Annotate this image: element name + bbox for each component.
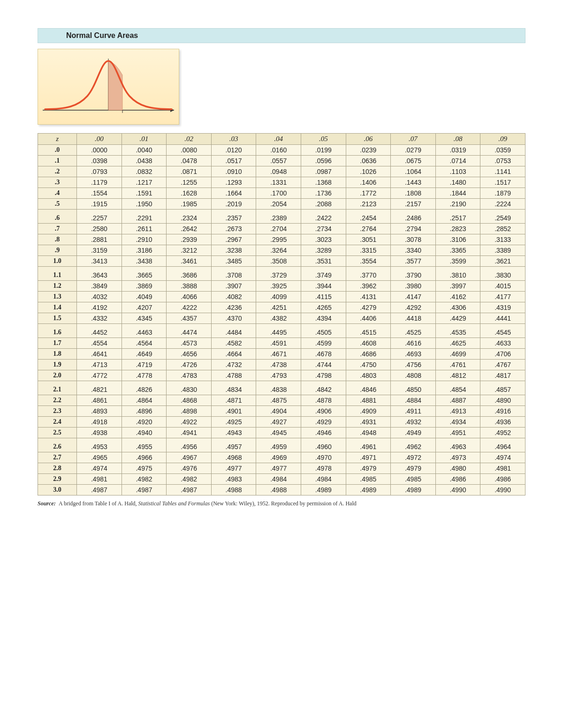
- z-value: 2.9: [38, 474, 77, 485]
- area-value: .4960: [301, 438, 346, 452]
- table-row: .1.0398.0438.0478.0517.0557.0596.0636.06…: [38, 156, 525, 166]
- area-value: .0120: [211, 145, 256, 156]
- area-value: .3944: [301, 281, 346, 292]
- area-value: .1368: [301, 177, 346, 188]
- area-value: .4826: [122, 381, 167, 395]
- table-row: .7.2580.2611.2642.2673.2704.2734.2764.27…: [38, 224, 525, 234]
- area-value: .4370: [211, 313, 256, 324]
- z-value: 2.7: [38, 452, 77, 463]
- area-value: .4925: [211, 417, 256, 428]
- area-value: .4986: [435, 474, 480, 485]
- area-value: .4955: [122, 438, 167, 452]
- table-row: 2.6.4953.4955.4956.4957.4959.4960.4961.4…: [38, 438, 525, 452]
- area-value: .4961: [346, 438, 391, 452]
- area-value: .3212: [167, 245, 212, 256]
- area-value: .3315: [346, 245, 391, 256]
- area-value: .1103: [435, 166, 480, 177]
- area-value: .2088: [301, 199, 346, 210]
- area-value: .4678: [301, 349, 346, 360]
- area-value: .1736: [301, 188, 346, 199]
- z-value: .7: [38, 224, 77, 234]
- table-row: .6.2257.2291.2324.2357.2389.2422.2454.24…: [38, 210, 525, 224]
- area-value: .4949: [391, 428, 436, 438]
- area-value: .2357: [211, 210, 256, 224]
- area-value: .4474: [167, 324, 212, 338]
- area-value: .3907: [211, 281, 256, 292]
- area-value: .1915: [77, 199, 122, 210]
- area-value: .4963: [435, 438, 480, 452]
- area-value: .4732: [211, 360, 256, 370]
- area-value: .4834: [211, 381, 256, 395]
- area-value: .4357: [167, 313, 212, 324]
- table-row: 2.5.4938.4940.4941.4943.4945.4946.4948.4…: [38, 428, 525, 438]
- area-value: .4986: [480, 474, 525, 485]
- area-value: .4985: [391, 474, 436, 485]
- area-value: .4713: [77, 360, 122, 370]
- area-value: .4974: [480, 452, 525, 463]
- area-value: .3531: [301, 256, 346, 267]
- z-value: 1.7: [38, 338, 77, 349]
- area-value: .4881: [346, 395, 391, 406]
- normal-curve-chart: 0 z: [38, 49, 525, 125]
- area-value: .4901: [211, 406, 256, 417]
- area-value: .4515: [346, 324, 391, 338]
- area-value: .4265: [301, 302, 346, 313]
- z-value: .5: [38, 199, 77, 210]
- area-value: .4545: [480, 324, 525, 338]
- area-value: .3810: [435, 267, 480, 281]
- area-value: .4959: [256, 438, 301, 452]
- area-value: .0438: [122, 156, 167, 166]
- area-value: .4871: [211, 395, 256, 406]
- area-value: .4980: [435, 463, 480, 474]
- z-value: 1.8: [38, 349, 77, 360]
- area-value: .4977: [211, 463, 256, 474]
- area-value: .3925: [256, 281, 301, 292]
- area-value: .0832: [122, 166, 167, 177]
- z-value: 2.8: [38, 463, 77, 474]
- area-value: .4778: [122, 370, 167, 381]
- area-value: .4319: [480, 302, 525, 313]
- table-row: .0.0000.0040.0080.0120.0160.0199.0239.02…: [38, 145, 525, 156]
- area-value: .4131: [346, 292, 391, 302]
- table-row: 2.4.4918.4920.4922.4925.4927.4929.4931.4…: [38, 417, 525, 428]
- area-value: .4798: [301, 370, 346, 381]
- area-value: .4893: [77, 406, 122, 417]
- area-value: .0359: [480, 145, 525, 156]
- z-value: 3.0: [38, 485, 77, 495]
- table-row: 1.2.3849.3869.3888.3907.3925.3944.3962.3…: [38, 281, 525, 292]
- area-value: .4495: [256, 324, 301, 338]
- area-value: .4932: [391, 417, 436, 428]
- area-value: .4965: [77, 452, 122, 463]
- area-value: .4861: [77, 395, 122, 406]
- area-value: .4884: [391, 395, 436, 406]
- area-value: .4974: [77, 463, 122, 474]
- area-value: .2157: [391, 199, 436, 210]
- z-value: .0: [38, 145, 77, 156]
- area-value: .3830: [480, 267, 525, 281]
- area-value: .4394: [301, 313, 346, 324]
- area-value: .4251: [256, 302, 301, 313]
- area-value: .4406: [346, 313, 391, 324]
- area-value: .4984: [256, 474, 301, 485]
- area-value: .0910: [211, 166, 256, 177]
- area-value: .2224: [480, 199, 525, 210]
- area-value: .1628: [167, 188, 212, 199]
- col-header: .02: [167, 134, 212, 145]
- area-value: .2257: [77, 210, 122, 224]
- area-value: .0636: [346, 156, 391, 166]
- table-row: .5.1915.1950.1985.2019.2054.2088.2123.21…: [38, 199, 525, 210]
- col-header: .07: [391, 134, 436, 145]
- area-value: .4922: [167, 417, 212, 428]
- area-value: .4887: [435, 395, 480, 406]
- area-value: .4332: [77, 313, 122, 324]
- area-value: .4931: [346, 417, 391, 428]
- area-value: .0199: [301, 145, 346, 156]
- area-value: .4608: [346, 338, 391, 349]
- area-value: .4952: [480, 428, 525, 438]
- z-value: .1: [38, 156, 77, 166]
- table-row: 1.0.3413.3438.3461.3485.3508.3531.3554.3…: [38, 256, 525, 267]
- area-value: .4788: [211, 370, 256, 381]
- area-value: .0319: [435, 145, 480, 156]
- area-value: .4099: [256, 292, 301, 302]
- area-value: .4896: [122, 406, 167, 417]
